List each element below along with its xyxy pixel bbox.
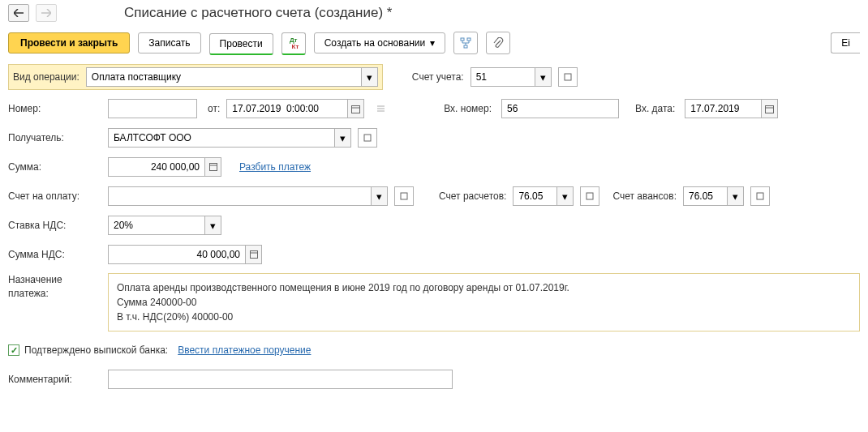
svg-rect-12 xyxy=(209,164,217,171)
open-icon xyxy=(564,73,572,81)
sum-calculator[interactable] xyxy=(204,158,221,176)
open-icon xyxy=(586,192,594,200)
in-number-input[interactable] xyxy=(502,100,618,118)
split-payment-link[interactable]: Разбить платеж xyxy=(239,161,311,173)
purpose-line-1: Оплата аренды производственного помещени… xyxy=(117,280,851,295)
post-button[interactable]: Провести xyxy=(209,33,273,55)
payment-purpose-box[interactable]: Оплата аренды производственного помещени… xyxy=(108,273,860,331)
recipient-input[interactable] xyxy=(109,129,334,147)
vat-rate-label: Ставка НДС: xyxy=(8,220,101,231)
post-and-close-button[interactable]: Провести и закрыть xyxy=(8,32,130,53)
payment-invoice-label: Счет на оплату: xyxy=(8,190,101,202)
calendar-icon xyxy=(351,105,360,113)
create-basis-label: Создать на основании xyxy=(324,37,426,49)
number-input[interactable] xyxy=(109,100,196,118)
calculator-icon xyxy=(209,163,217,171)
advances-account-open[interactable] xyxy=(750,186,770,206)
enter-payment-order-link[interactable]: Ввести платежное поручение xyxy=(178,344,311,356)
open-icon xyxy=(756,192,764,200)
vat-sum-label: Сумма НДС: xyxy=(8,249,101,260)
attachment-button[interactable] xyxy=(486,32,510,54)
purpose-line-3: В т.ч. НДС(20%) 40000-00 xyxy=(117,310,851,324)
svg-rect-15 xyxy=(587,193,593,199)
more-button[interactable]: Ei xyxy=(831,32,860,53)
page-title: Списание с расчетного счета (создание) * xyxy=(124,5,392,21)
number-label: Номер: xyxy=(8,103,101,114)
vat-sum-calculator[interactable] xyxy=(245,246,261,263)
settlements-account-dropdown[interactable]: ▾ xyxy=(556,187,573,205)
vat-rate-dropdown[interactable]: ▾ xyxy=(204,216,221,234)
svg-rect-17 xyxy=(250,251,257,259)
svg-rect-4 xyxy=(352,105,360,113)
purpose-line-2: Сумма 240000-00 xyxy=(117,295,851,310)
recipient-dropdown[interactable]: ▾ xyxy=(334,129,350,147)
structure-button[interactable] xyxy=(453,32,478,54)
operation-type-label: Вид операции: xyxy=(13,71,79,83)
svg-rect-2 xyxy=(464,45,467,48)
svg-rect-3 xyxy=(565,74,571,80)
settlements-account-open[interactable] xyxy=(580,186,599,206)
sum-label: Сумма: xyxy=(8,161,101,173)
sum-input[interactable] xyxy=(109,158,204,176)
payment-invoice-open[interactable] xyxy=(394,186,414,206)
svg-rect-9 xyxy=(766,105,774,113)
date-from-label: от: xyxy=(208,103,220,114)
vat-rate-input[interactable] xyxy=(109,216,204,234)
recipient-label: Получатель: xyxy=(8,132,101,143)
dtkt-icon: Дт Кт xyxy=(288,37,299,50)
date-extra-button[interactable] xyxy=(371,99,390,118)
operation-type-input[interactable] xyxy=(87,68,361,86)
calendar-icon xyxy=(765,105,774,113)
paperclip-icon xyxy=(492,37,504,49)
svg-rect-1 xyxy=(467,38,471,41)
in-number-label: Вх. номер: xyxy=(444,103,492,114)
save-button[interactable]: Записать xyxy=(138,32,200,53)
vat-sum-input[interactable] xyxy=(109,246,245,263)
comment-label: Комментарий: xyxy=(8,374,101,385)
hierarchy-icon xyxy=(460,37,471,49)
settlements-account-label: Счет расчетов: xyxy=(439,190,506,202)
payment-invoice-dropdown[interactable]: ▾ xyxy=(371,187,387,205)
account-ledger-label: Счет учета: xyxy=(412,71,464,83)
confirmed-bank-label: Подтверждено выпиской банка: xyxy=(24,344,168,356)
open-icon xyxy=(400,192,408,200)
advances-account-label: Счет авансов: xyxy=(612,190,677,202)
back-button[interactable] xyxy=(8,4,29,22)
advances-account-input[interactable] xyxy=(684,187,727,205)
create-basis-button[interactable]: Создать на основании ▾ xyxy=(314,32,446,53)
payment-purpose-label: Назначениеплатежа: xyxy=(8,273,101,301)
svg-rect-16 xyxy=(757,193,763,199)
date-calendar[interactable] xyxy=(347,100,363,118)
operation-type-dropdown[interactable]: ▾ xyxy=(361,68,377,86)
svg-rect-14 xyxy=(401,193,407,199)
open-icon xyxy=(363,134,372,142)
dtkt-button[interactable]: Дт Кт xyxy=(281,32,306,55)
date-input[interactable] xyxy=(227,100,347,118)
confirmed-bank-checkbox[interactable]: ✓ xyxy=(8,344,19,356)
recipient-open[interactable] xyxy=(358,128,377,148)
calculator-icon xyxy=(250,250,258,259)
payment-invoice-input[interactable] xyxy=(109,187,371,205)
chevron-down-icon: ▾ xyxy=(430,37,435,49)
account-ledger-open[interactable] xyxy=(558,67,578,87)
in-date-calendar[interactable] xyxy=(761,100,777,118)
advances-account-dropdown[interactable]: ▾ xyxy=(727,187,743,205)
in-date-label: Вх. дата: xyxy=(635,103,675,114)
svg-rect-0 xyxy=(461,38,464,41)
settlements-account-input[interactable] xyxy=(513,187,556,205)
svg-rect-11 xyxy=(364,135,371,141)
in-date-input[interactable] xyxy=(685,100,761,118)
forward-button[interactable] xyxy=(36,4,57,22)
comment-input[interactable] xyxy=(109,370,452,388)
account-ledger-dropdown[interactable]: ▾ xyxy=(535,68,551,86)
list-icon xyxy=(376,105,385,113)
account-ledger-input[interactable] xyxy=(471,68,535,86)
